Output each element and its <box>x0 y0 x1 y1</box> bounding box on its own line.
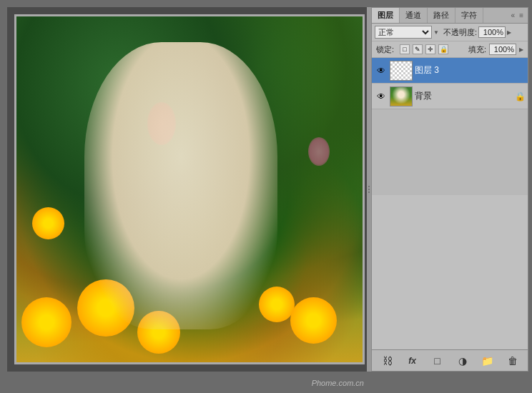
yellow-flower-1 <box>21 297 72 347</box>
pink-flowers <box>308 137 330 166</box>
lock-paint-icon[interactable]: ✎ <box>413 44 423 54</box>
blend-mode-arrow: ▼ <box>433 29 439 36</box>
yellow-flower-4 <box>290 297 337 344</box>
layer-item-layer3[interactable]: 👁 图层 3 <box>372 58 528 84</box>
lock-label: 锁定: <box>376 44 394 55</box>
resize-dot-3 <box>368 191 370 193</box>
tab-channels[interactable]: 通道 <box>400 8 428 23</box>
panel-menu-icon[interactable]: ≡ <box>518 10 525 21</box>
panel-tabs: 图层 通道 路径 字符 « ≡ <box>372 8 528 24</box>
opacity-arrow: ▶ <box>507 29 511 36</box>
layer-style-icon[interactable]: fx <box>405 353 420 369</box>
fill-arrow: ▶ <box>519 46 523 53</box>
lock-all-icon[interactable]: 🔒 <box>438 44 448 54</box>
new-group-icon[interactable]: 📁 <box>480 353 496 369</box>
lock-row: 锁定: □ ✎ ✛ 🔒 填充: ▶ <box>372 41 528 58</box>
tab-characters[interactable]: 字符 <box>455 8 483 23</box>
panel-footer: ⛓ fx □ ◑ 📁 🗑 <box>372 349 528 371</box>
background-visibility-toggle[interactable]: 👁 <box>375 90 388 103</box>
link-layers-icon[interactable]: ⛓ <box>380 353 395 369</box>
resize-dot-2 <box>368 189 370 190</box>
layer-item-background[interactable]: 👁 背景 🔒 <box>372 84 528 109</box>
layer3-visibility-toggle[interactable]: 👁 <box>375 64 388 77</box>
yellow-flower-5 <box>259 287 295 322</box>
layer3-thumbnail <box>390 61 413 81</box>
fill-input[interactable] <box>489 44 516 55</box>
delete-layer-icon[interactable]: 🗑 <box>505 353 521 369</box>
blend-opacity-row: 正常 ▼ 不透明度: ▶ <box>372 24 528 41</box>
layers-list: 👁 图层 3 👁 背景 🔒 <box>372 58 528 349</box>
lock-transparency-icon[interactable]: □ <box>400 44 410 54</box>
panel-collapse-icon[interactable]: « <box>510 10 517 21</box>
fill-label: 填充: <box>468 44 486 55</box>
resize-dot-1 <box>368 186 370 187</box>
adjustment-layer-icon[interactable]: ◑ <box>455 353 471 369</box>
tab-paths[interactable]: 路径 <box>428 8 455 23</box>
layers-empty-space <box>372 109 528 195</box>
opacity-input[interactable] <box>478 26 506 38</box>
layer3-name: 图层 3 <box>415 64 525 76</box>
watermark: Phome.com.cn <box>312 379 364 387</box>
canvas-area <box>7 7 372 372</box>
baby-silhouette <box>84 42 277 329</box>
lock-position-icon[interactable]: ✛ <box>425 44 435 54</box>
opacity-label: 不透明度: <box>443 27 477 38</box>
background-thumbnail <box>390 86 413 106</box>
add-mask-icon[interactable]: □ <box>430 353 445 369</box>
layer3-thumb-content <box>390 61 412 80</box>
layers-panel: 图层 通道 路径 字符 « ≡ 正常 ▼ 不透明度: ▶ 锁定: □ ✎ ✛ 🔒… <box>371 7 528 372</box>
panel-header-controls: « ≡ <box>510 8 528 23</box>
tab-layers[interactable]: 图层 <box>372 8 400 23</box>
yellow-flower-6 <box>32 207 64 239</box>
panel-resize-handle[interactable] <box>367 7 371 372</box>
background-thumb-content <box>390 87 412 106</box>
background-lock-icon: 🔒 <box>515 91 525 102</box>
background-name: 背景 <box>415 90 513 102</box>
photo-container <box>14 14 365 364</box>
blend-mode-select[interactable]: 正常 <box>375 26 432 39</box>
